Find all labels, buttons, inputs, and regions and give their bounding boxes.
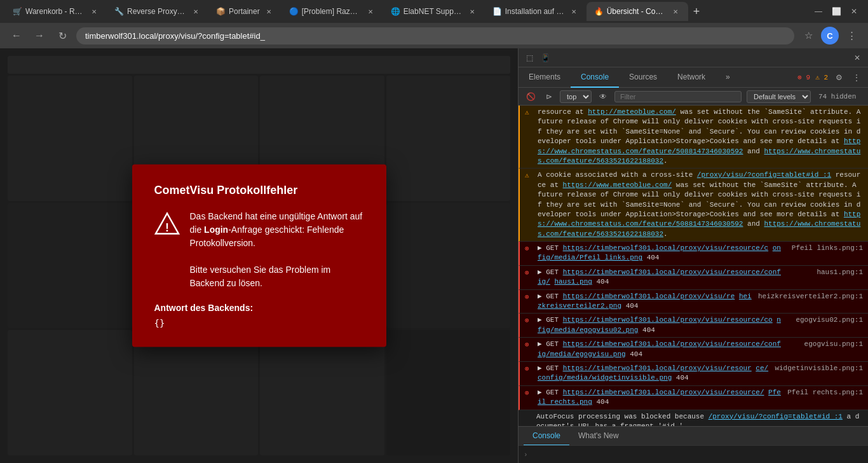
main-area: CometVisu Protokollfehler ! Das Backend … <box>0 48 868 463</box>
devtools-tab-more[interactable]: » <box>715 67 740 88</box>
devtools-tab-console[interactable]: Console <box>571 67 619 88</box>
tab-close-ubersicht[interactable]: ✕ <box>670 6 681 17</box>
tab-installation[interactable]: 📄 Installation auf de… ✕ <box>485 2 587 21</box>
inspect-element-button[interactable]: ⬚ <box>524 52 536 64</box>
tab-title-reverse-proxy: Reverse Proxy | Ti… <box>127 7 187 16</box>
tab-close-problem[interactable]: ✕ <box>365 6 376 17</box>
message-link[interactable]: /proxy/visu/?config=tablet#id :1 <box>709 413 843 420</box>
tab-favicon-problem: 🔵 <box>289 7 298 16</box>
devtools-close-button[interactable]: ✕ <box>851 52 863 64</box>
message-location: haus1.png:1 <box>787 268 863 277</box>
tab-title-portainer: Portainer <box>229 7 260 16</box>
menu-button[interactable]: ⋮ <box>843 27 860 45</box>
message-link[interactable]: https://timberwolf301.local/proxy/visu/r… <box>563 316 773 324</box>
forward-button[interactable]: → <box>31 27 48 45</box>
console-expand-button[interactable]: ⊳ <box>543 91 555 102</box>
message-link[interactable]: https://timberwolf301.local/proxy/visu/r… <box>563 340 781 348</box>
back-button[interactable]: ← <box>8 27 25 45</box>
devtools-toolbar: ⬚ 📱 ✕ <box>519 48 868 67</box>
toolbar-icons: ☆ C ⋮ <box>799 27 860 45</box>
browser-chrome: 🛒 Warenkorb - Rau… ✕ 🔧 Reverse Proxy | T… <box>0 0 868 48</box>
refresh-button[interactable]: ↻ <box>53 27 71 45</box>
tab-favicon-installation: 📄 <box>492 7 501 16</box>
message-location: egogvisu.png:1 <box>787 340 863 349</box>
message-location: Pfeil links.png:1 <box>787 244 863 253</box>
tab-elabnet[interactable]: 🌐 ElabNET Support f… ✕ <box>383 2 485 21</box>
error-icon: ⊗ <box>525 340 535 350</box>
devtools-console-input-area: › <box>519 445 868 463</box>
message-link[interactable]: http://meteoblue.com/ <box>588 108 676 116</box>
message-link[interactable]: https://timberwolf301.local/proxy/visu/r… <box>563 244 768 252</box>
devtools-bottom-tab-whatsnew[interactable]: What's New <box>569 427 628 446</box>
tab-favicon-ubersicht: 🔥 <box>594 7 603 16</box>
console-message: ⊗ ▶ GET https://timberwolf301.local/prox… <box>519 290 868 314</box>
device-toolbar-button[interactable]: 📱 <box>538 52 553 64</box>
tab-close-warenkorb[interactable]: ✕ <box>89 6 99 17</box>
maximize-button[interactable]: ⬜ <box>827 3 845 20</box>
new-tab-button[interactable]: + <box>688 5 705 18</box>
error-icon: ⊗ <box>525 316 535 326</box>
svg-text:!: ! <box>165 221 169 234</box>
console-eye-button[interactable]: 👁 <box>597 91 609 102</box>
close-window-button[interactable]: ✕ <box>845 3 863 20</box>
console-message: ⚠ A cookie associated with a cross-site … <box>519 169 868 242</box>
tab-favicon-warenkorb: 🛒 <box>13 7 22 16</box>
devtools-more-button[interactable]: ⋮ <box>850 72 863 83</box>
error-icon: ⊗ <box>525 293 535 302</box>
tab-favicon-elabnet: 🌐 <box>391 7 400 16</box>
console-input[interactable] <box>533 450 863 459</box>
message-content: ▶ GET https://timberwolf301.local/proxy/… <box>538 315 782 335</box>
devtools-tab-network[interactable]: Network <box>667 67 715 88</box>
tab-portainer[interactable]: 📦 Portainer ✕ <box>208 2 281 21</box>
devtools-tabs: Elements Console Sources Network » ⊗ 9 ⚠… <box>519 67 868 88</box>
console-messages[interactable]: ⚠ resource at http://meteoblue.com/ was … <box>519 106 868 426</box>
message-location: widgetinvisible.png:1 <box>775 364 863 373</box>
devtools-bottom-tabs: Console What's New <box>519 426 868 445</box>
message-link[interactable]: https://timberwolf301.local/proxy/visu/r… <box>563 389 764 396</box>
tab-reverse-proxy[interactable]: 🔧 Reverse Proxy | Ti… ✕ <box>107 2 208 21</box>
error-icon: ⊗ <box>525 389 535 398</box>
message-content: ▶ GET https://timberwolf301.local/proxy/… <box>538 292 753 312</box>
devtools-bottom-tab-console[interactable]: Console <box>524 427 569 446</box>
devtools-tab-sources[interactable]: Sources <box>619 67 667 88</box>
tab-problem[interactable]: 🔵 [Problem] Razors… ✕ <box>281 2 383 21</box>
message-link[interactable]: https://www.meteoblue.com/ <box>563 181 672 189</box>
devtools-panel: ⬚ 📱 ✕ Elements Console Sources Network »… <box>518 48 868 463</box>
minimize-button[interactable]: — <box>810 3 827 20</box>
tab-title-elabnet: ElabNET Support f… <box>403 7 463 16</box>
tab-close-reverse-proxy[interactable]: ✕ <box>191 6 201 17</box>
error-response-body: {} <box>154 318 364 328</box>
devtools-tab-elements[interactable]: Elements <box>519 67 571 88</box>
devtools-settings-button[interactable]: ⚙ <box>833 72 845 83</box>
console-prompt-icon: › <box>524 451 528 459</box>
url-bar[interactable] <box>76 27 794 45</box>
profile-button[interactable]: C <box>821 27 839 45</box>
message-location: egogvisu02.png:1 <box>787 315 863 325</box>
message-content: ▶ GET https://timberwolf301.local/proxy/… <box>538 244 782 263</box>
tab-close-portainer[interactable]: ✕ <box>264 6 274 17</box>
message-link[interactable]: https://timberwolf301.local/proxy/visu/r… <box>563 364 752 372</box>
console-context-select[interactable]: top <box>560 90 592 103</box>
tab-warenkorb[interactable]: 🛒 Warenkorb - Rau… ✕ <box>5 2 107 21</box>
message-content: AutoFocus processing was blocked because… <box>536 412 863 426</box>
message-link[interactable]: ig/media/egogvisu.png <box>538 350 626 358</box>
tab-title-ubersicht: Übersicht - Come… <box>607 7 667 16</box>
error-response-label: Antwort des Backends: <box>154 303 364 313</box>
error-count-badge: ⊗ 9 <box>797 73 810 81</box>
console-level-select[interactable]: Default levels <box>747 90 811 103</box>
bookmark-button[interactable]: ☆ <box>799 27 817 45</box>
warning-icon: ⚠ <box>525 108 535 118</box>
tab-close-installation[interactable]: ✕ <box>569 6 579 17</box>
message-link[interactable]: haus1.png <box>554 278 592 286</box>
console-clear-button[interactable]: 🚫 <box>524 91 538 102</box>
message-link[interactable]: https://timberwolf301.local/proxy/visu/r… <box>563 293 735 300</box>
error-dialog-title: CometVisu Protokollfehler <box>154 184 364 197</box>
tab-favicon-portainer: 📦 <box>216 7 225 16</box>
tab-close-elabnet[interactable]: ✕ <box>467 6 477 17</box>
console-message: ⊗ ▶ GET https://timberwolf301.local/prox… <box>519 266 868 290</box>
message-content: A cookie associated with a cross-site /p… <box>538 170 863 239</box>
console-filter-input[interactable] <box>614 91 742 102</box>
message-link[interactable]: /proxy/visu/?config=tablet#id :1 <box>697 171 831 179</box>
tab-ubersicht[interactable]: 🔥 Übersicht - Come… ✕ <box>587 2 688 21</box>
tab-title-warenkorb: Warenkorb - Rau… <box>25 7 85 16</box>
